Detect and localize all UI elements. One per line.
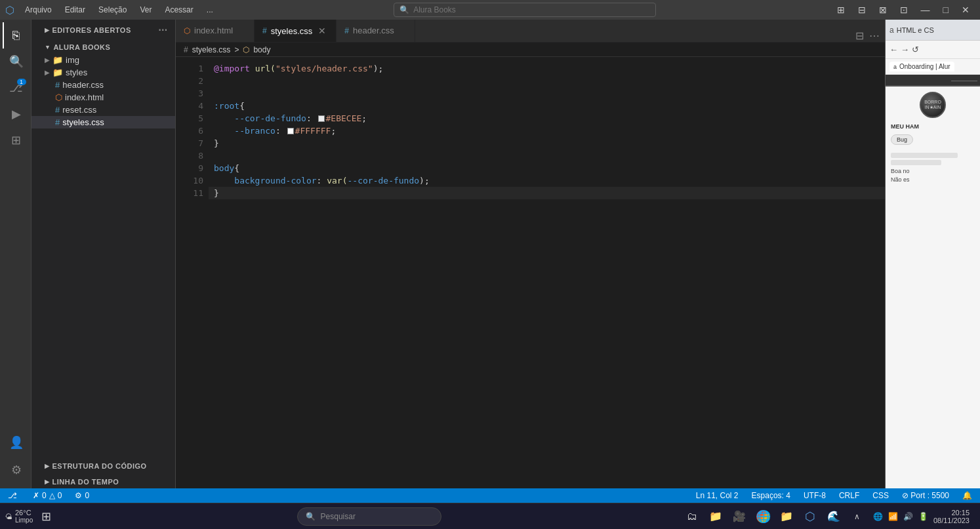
- taskbar-app-chrome[interactable]: 🌐: [752, 506, 773, 527]
- sidebar-section-code-structure[interactable]: ▶ ESTRUTURA DO CÓDIGO: [31, 457, 175, 473]
- sidebar-section-open-editors[interactable]: ▶ EDITORES ABERTOS ⋯: [31, 20, 175, 38]
- layout-icon3[interactable]: ⊡: [895, 3, 913, 16]
- breadcrumb-file[interactable]: styeles.css: [192, 45, 231, 54]
- menu-selecao[interactable]: Seleção: [93, 4, 132, 16]
- settings-activity-icon[interactable]: ⚙: [3, 457, 29, 483]
- sidebar-section-project[interactable]: ▼ ALURA BOOKS: [31, 38, 175, 54]
- taskbar-app-edge[interactable]: 🌊: [823, 506, 844, 527]
- menu-acessar[interactable]: Acessar: [159, 4, 198, 16]
- preview-boa-label: Boa no: [891, 168, 910, 174]
- status-port[interactable]: ⊘ Port : 5500: [899, 488, 952, 503]
- run-activity-icon[interactable]: ▶: [3, 101, 29, 127]
- source-control-activity-icon[interactable]: ⎇ 1: [3, 75, 29, 101]
- menu-editar[interactable]: Editar: [60, 4, 91, 16]
- open-editors-arrow-icon: ▶: [45, 27, 50, 33]
- taskbar-search[interactable]: 🔍 Pesquisar: [297, 507, 441, 526]
- title-bar-controls: ⊞ ⊟ ⊠ ⊡ — □ ✕: [832, 3, 975, 16]
- clock-time: 20:15: [933, 509, 970, 517]
- folder-img[interactable]: ▶ 📁 img: [31, 54, 175, 66]
- status-errors[interactable]: ✗ 0 △ 0: [30, 488, 64, 503]
- file-header-css[interactable]: # header.css: [31, 79, 175, 91]
- browser-back-button[interactable]: ←: [889, 45, 898, 54]
- tab-styeles-css-icon: #: [262, 26, 267, 35]
- title-bar-search-input[interactable]: [413, 5, 650, 14]
- import-keyword: @import: [214, 62, 250, 75]
- status-language[interactable]: CSS: [870, 488, 891, 503]
- taskbar-up-arrow[interactable]: ∧: [847, 506, 868, 527]
- file-index-html[interactable]: ⬡ index.html: [31, 91, 175, 104]
- taskbar-time[interactable]: 20:15 08/11/2023: [933, 509, 970, 524]
- preview-boa-text: Boa no: [891, 167, 975, 176]
- file-styeles-css[interactable]: # styeles.css: [31, 116, 175, 128]
- vscode-logo-icon: ⬡: [5, 4, 14, 16]
- account-activity-icon[interactable]: 👤: [3, 429, 29, 456]
- search-activity-icon[interactable]: 🔍: [3, 49, 29, 75]
- menu-arquivo[interactable]: Arquivo: [20, 4, 57, 16]
- brace-close-root: }: [214, 137, 219, 149]
- folder-img-icon: 📁: [52, 55, 63, 65]
- open-editors-more-icon[interactable]: ⋯: [158, 25, 168, 35]
- code-line-1: @import url("styles/header.css");: [209, 62, 885, 75]
- tab-styeles-css[interactable]: # styeles.css ✕: [255, 20, 337, 42]
- url-string: "styles/header.css": [276, 62, 373, 75]
- line-ending-label: CRLF: [839, 491, 859, 500]
- taskbar-network-icon: 🌐: [873, 512, 883, 521]
- explorer-activity-icon[interactable]: ⎘: [3, 22, 29, 49]
- taskbar-app-vscode[interactable]: ⬡: [800, 506, 821, 527]
- folder-styles[interactable]: ▶ 📁 styles: [31, 66, 175, 79]
- search-icon: 🔍: [399, 5, 409, 14]
- layout-icon2[interactable]: ⊠: [874, 3, 892, 16]
- info-count: 0: [85, 491, 89, 500]
- preview-mini-header: —————: [886, 75, 980, 85]
- tab-header-css[interactable]: # header.css: [337, 20, 415, 42]
- tab-styeles-css-close-icon[interactable]: ✕: [316, 25, 328, 37]
- status-git-icon[interactable]: ⎇: [5, 488, 22, 503]
- code-editor[interactable]: @import url("styles/header.css"); :root{…: [209, 57, 885, 488]
- maximize-button[interactable]: □: [938, 3, 954, 16]
- status-line-ending[interactable]: CRLF: [836, 488, 862, 503]
- taskbar-app-explorer[interactable]: 📁: [705, 506, 726, 527]
- menu-ver[interactable]: Ver: [134, 4, 157, 16]
- status-spaces[interactable]: Espaços: 4: [749, 488, 793, 503]
- breadcrumb-selector[interactable]: body: [253, 45, 270, 54]
- status-bar-right: Ln 11, Col 2 Espaços: 4 UTF-8 CRLF CSS ⊘…: [693, 488, 975, 503]
- taskbar-app-meet[interactable]: 🎥: [729, 506, 750, 527]
- menu-more[interactable]: ...: [201, 4, 218, 16]
- tab-index-html[interactable]: ⬡ index.html: [176, 20, 255, 42]
- taskbar-search-icon: 🔍: [306, 512, 316, 521]
- split-icon[interactable]: ⊟: [853, 3, 871, 16]
- sidebar-section-timeline[interactable]: ▶ LINHA DO TEMPO: [31, 473, 175, 488]
- file-header-css-icon: #: [55, 80, 60, 90]
- browser-refresh-button[interactable]: ↺: [912, 45, 919, 54]
- code-line-10: background-color : var(--cor-de-fundo);: [209, 174, 885, 187]
- extensions-activity-icon[interactable]: ⊞: [3, 127, 29, 153]
- minimize-button[interactable]: —: [916, 3, 935, 16]
- status-position[interactable]: Ln 11, Col 2: [693, 488, 741, 503]
- status-encoding[interactable]: UTF-8: [801, 488, 828, 503]
- editor-more-icon[interactable]: ⋯: [869, 29, 880, 42]
- weather-condition: Limpo: [15, 517, 33, 524]
- layout-toggle-icon[interactable]: ⊞: [832, 3, 850, 16]
- browser-tab[interactable]: a Onboarding | Alur: [889, 62, 954, 71]
- file-reset-css[interactable]: # reset.css: [31, 104, 175, 116]
- warning-icon: △: [49, 491, 55, 500]
- file-index-html-label: index.html: [65, 92, 104, 102]
- start-button[interactable]: ⊞: [35, 506, 56, 527]
- git-branch-icon: ⎇: [8, 491, 17, 500]
- close-button[interactable]: ✕: [956, 3, 975, 16]
- status-info[interactable]: ⚙ 0: [72, 488, 92, 503]
- browser-forward-button[interactable]: →: [901, 45, 909, 54]
- taskbar-app-files[interactable]: 🗂: [682, 506, 703, 527]
- taskbar-weather: 🌤 26°C Limpo: [5, 509, 33, 524]
- file-header-css-label: header.css: [62, 80, 104, 90]
- browser-tab-bar: a Onboarding | Alur: [886, 59, 980, 75]
- status-bar: ⎇ ✗ 0 △ 0 ⚙ 0 Ln 11, Col 2 Espaços: 4 UT…: [0, 488, 980, 503]
- status-notifications[interactable]: 🔔: [960, 488, 975, 503]
- editor-layout-icon[interactable]: ⊟: [855, 29, 864, 42]
- weather-info: 26°C Limpo: [15, 509, 33, 524]
- taskbar-app-folder[interactable]: 📁: [776, 506, 797, 527]
- preview-bug-button[interactable]: Bug: [891, 134, 913, 145]
- color-value-ebecee: #EBECEE: [326, 112, 362, 125]
- title-bar-search-box[interactable]: 🔍: [394, 3, 656, 17]
- indent5: [214, 112, 234, 125]
